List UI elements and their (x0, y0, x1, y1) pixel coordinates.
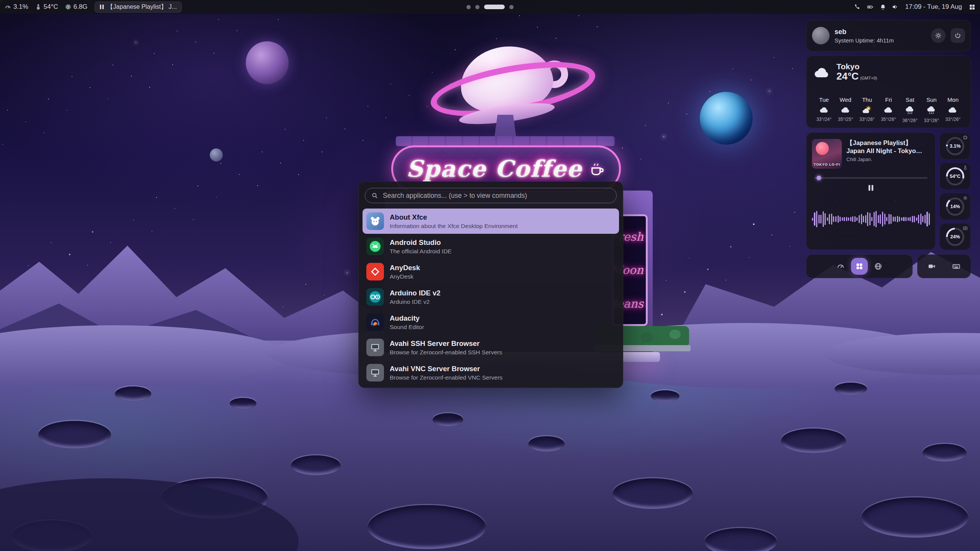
performance-button[interactable] (832, 258, 849, 275)
cloud-icon (840, 105, 851, 114)
cloud-icon (947, 105, 959, 114)
cpu-gauge-value: 3.1% (946, 137, 964, 155)
app-grid-button[interactable] (851, 258, 868, 275)
media-progress-thumb[interactable] (817, 176, 821, 180)
volume-icon[interactable] (892, 3, 898, 10)
speedometer-icon (836, 262, 845, 271)
cpu-usage-value: 3.1% (13, 3, 28, 11)
forecast-day: Fri 35°/26° (878, 96, 899, 123)
rain-cloud-icon (904, 105, 916, 116)
wallpaper-planet-earth (700, 92, 753, 145)
power-icon (954, 32, 961, 39)
app-name: Audacity (390, 314, 424, 323)
workspace-dot-2[interactable] (475, 5, 480, 9)
track-title: 【Japanese Playlist】 Japan All Night - To… (846, 139, 930, 155)
workspace-dot-4[interactable] (510, 5, 514, 9)
app-description: Browse for Zeroconf-enabled SSH Servers (390, 349, 502, 356)
weather-timezone: (GMT+9) (860, 76, 877, 80)
forecast-day: Wed 35°/25° (835, 96, 856, 123)
quick-actions-card (806, 254, 913, 278)
album-art-label: TOKYO LO-FI (812, 163, 842, 166)
workspace-indicator (467, 0, 514, 14)
battery-icon[interactable] (866, 4, 874, 10)
wallpaper-planet-purple (246, 41, 289, 84)
cpu-temp-value: 54°C (44, 3, 58, 11)
apps-grid-icon (856, 262, 863, 270)
search-input[interactable] (383, 192, 610, 200)
temperature-gauge-value: 54°C (946, 167, 964, 186)
cloud-icon (818, 105, 830, 114)
power-button[interactable] (951, 28, 965, 43)
phone-icon[interactable] (854, 3, 861, 10)
forecast-day: Mon 33°/26° (942, 96, 964, 123)
album-art: TOKYO LO-FI (812, 139, 842, 169)
xfce-mouse-icon (366, 212, 384, 230)
neon-coffee-cup-icon (588, 160, 606, 178)
workspace-active-pill[interactable] (484, 5, 505, 9)
media-progress-bar[interactable] (814, 177, 928, 179)
search-icon (371, 192, 378, 199)
monitor-icon (366, 339, 384, 356)
app-row-avahi-vnc[interactable]: Avahi VNC Server BrowserBrowse for Zeroc… (363, 360, 619, 385)
pause-icon (100, 4, 104, 10)
app-description: AnyDesk (390, 273, 420, 280)
app-name: AnyDesk (390, 264, 420, 272)
sun-cloud-icon (861, 105, 873, 114)
now-playing-text: 【Japanese Playlist】 J... (107, 3, 177, 11)
weather-card: Tokyo 24°C(GMT+9) Tue 33°/24° Wed 35°/25… (806, 55, 971, 128)
app-row-about-xfce[interactable]: About XfceInformation about the Xfce Des… (363, 209, 619, 234)
application-launcher: About XfceInformation about the Xfce Des… (358, 181, 623, 388)
forecast-day: Sat 36°/26° (900, 96, 921, 123)
now-playing-widget[interactable]: 【Japanese Playlist】 J... (95, 2, 182, 13)
track-artist: Chill Japan. (846, 156, 930, 162)
memory-indicator: 6.8G (65, 3, 88, 11)
app-description: The official Android IDE (390, 248, 452, 255)
pause-button[interactable] (867, 184, 874, 192)
globe-icon (874, 262, 882, 271)
speedometer-icon (5, 4, 11, 10)
disk-gauge-value: 24% (946, 228, 964, 246)
app-name: Avahi SSH Server Browser (390, 339, 502, 348)
memory-gauge: 14% (939, 193, 971, 220)
settings-button[interactable] (931, 28, 946, 43)
network-globe-button[interactable] (870, 258, 887, 275)
neon-sign-text: Space Coffee (406, 155, 582, 182)
weather-temperature: 24°C (836, 70, 859, 82)
app-description: Information about the Xfce Desktop Envir… (390, 223, 518, 230)
cpu-gauge: 3.1% (939, 132, 971, 160)
arduino-infinity-icon (366, 288, 384, 306)
app-name: Android Studio (390, 238, 452, 247)
workspace-dot-1[interactable] (467, 5, 471, 9)
system-uptime: System Uptime: 4h11m (835, 37, 926, 44)
app-description: Arduino IDE v2 (390, 298, 441, 305)
keyboard-button[interactable] (948, 258, 965, 275)
audacity-headphones-icon (366, 313, 384, 331)
memory-value: 6.8G (74, 3, 88, 11)
wallpaper-moonlet (210, 148, 223, 161)
notification-bell-icon[interactable] (880, 4, 886, 10)
avatar (812, 27, 830, 44)
forecast-day: Sun 33°/26° (921, 96, 942, 123)
temperature-gauge: 54°C (939, 163, 971, 190)
app-name: Arduino IDE v2 (390, 289, 441, 297)
anydesk-icon (366, 263, 384, 280)
user-name: seb (835, 28, 926, 36)
app-row-android-studio[interactable]: Android StudioThe official Android IDE (363, 234, 619, 259)
launcher-search-bar[interactable] (365, 188, 617, 203)
app-row-arduino[interactable]: Arduino IDE v2Arduino IDE v2 (363, 284, 619, 310)
app-row-anydesk[interactable]: AnyDeskAnyDesk (363, 259, 619, 284)
screen-record-button[interactable] (923, 258, 940, 275)
thermometer-icon (35, 4, 41, 10)
capture-card (917, 254, 971, 278)
forecast-row: Tue 33°/24° Wed 35°/25° Thu 33°/26° Fri … (813, 96, 964, 123)
app-description: Browse for Zeroconf-enabled VNC Servers (390, 374, 503, 381)
apps-grid-icon[interactable] (969, 4, 975, 10)
clock[interactable]: 17:09 - Tue, 19 Aug (905, 3, 962, 11)
system-gauges: 3.1% 54°C 14% 24% (939, 132, 971, 250)
memory-chip-icon (65, 4, 71, 10)
forecast-day: Tue 33°/24° (813, 96, 835, 123)
user-card: seb System Uptime: 4h11m (806, 20, 971, 51)
app-row-avahi-ssh[interactable]: Avahi SSH Server BrowserBrowse for Zeroc… (363, 335, 619, 360)
app-row-audacity[interactable]: AudacitySound Editor (363, 310, 619, 335)
forecast-day: Thu 33°/26° (856, 96, 877, 123)
